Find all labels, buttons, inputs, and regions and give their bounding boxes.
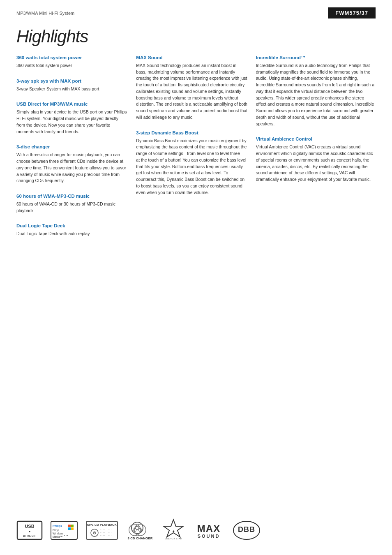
feature-dual-logic: Dual Logic Tape Deck Dual Logic Tape Dec… bbox=[16, 223, 128, 237]
page: MP3/WMA Mini Hi-Fi System FWM575/37 High… bbox=[0, 0, 392, 555]
page-title-section: Highlights bbox=[0, 23, 392, 55]
feature-title: 3-disc changer bbox=[16, 144, 128, 150]
svg-text:Windows: Windows bbox=[53, 532, 64, 535]
feature-title: 3-way spk sys with MAX port bbox=[16, 78, 128, 84]
svg-rect-9 bbox=[68, 525, 71, 527]
feature-usb-direct: USB Direct for MP3/WMA music Simply plug… bbox=[16, 101, 128, 135]
feature-title: 60 hours of WMA-MP3-CD music bbox=[16, 193, 128, 199]
svg-text:· · ·: · · · bbox=[108, 528, 112, 531]
content-grid: 360 watts total system power 360 watts t… bbox=[0, 55, 392, 246]
svg-text:MP3-CD PLAYBACK: MP3-CD PLAYBACK bbox=[87, 523, 117, 527]
mp3cd-playback-icon: MP3-CD PLAYBACK · · · · · · · · · · · · … bbox=[85, 520, 118, 540]
feature-body: Dynamic Bass Boost maximizes your music … bbox=[136, 138, 247, 196]
svg-point-29 bbox=[134, 524, 146, 536]
icons-bar: USB ● DIRECT Philips Plays Windows Media… bbox=[16, 518, 376, 543]
feature-title: 3-step Dynamic Bass Boost bbox=[136, 130, 247, 136]
feature-body: Virtual Ambience Control (VAC) creates a… bbox=[256, 144, 376, 183]
svg-text:ENERGY STAR: ENERGY STAR bbox=[165, 537, 182, 540]
energy-star-icon: ★ ENERGY STAR bbox=[162, 518, 185, 543]
header: MP3/WMA Mini Hi-Fi System FWM575/37 bbox=[0, 0, 392, 23]
column-1: 360 watts total system power 360 watts t… bbox=[16, 55, 136, 246]
svg-text:★: ★ bbox=[172, 530, 175, 533]
usb-direct-icon: USB ● DIRECT bbox=[16, 520, 43, 540]
svg-rect-10 bbox=[71, 525, 74, 527]
svg-point-18 bbox=[94, 532, 95, 533]
max-sound-icon: MAX SOUND bbox=[192, 520, 225, 540]
svg-rect-11 bbox=[68, 527, 71, 530]
feature-body: Incredible Surround is an audio technolo… bbox=[256, 62, 376, 127]
svg-text:· · ·: · · · bbox=[108, 534, 112, 536]
svg-point-27 bbox=[129, 524, 141, 536]
svg-text:· · · ·: · · · · bbox=[100, 528, 105, 531]
feature-incredible-surround: Incredible Surround™ Incredible Surround… bbox=[256, 55, 376, 127]
column-2: MAX Sound MAX Sound technology produces … bbox=[136, 55, 256, 246]
feature-60hours: 60 hours of WMA-MP3-CD music 60 hours of… bbox=[16, 193, 128, 214]
model-badge: FWM575/37 bbox=[328, 7, 376, 18]
feature-title: Virtual Ambience Control bbox=[256, 136, 376, 142]
header-subtitle: MP3/WMA Mini Hi-Fi System bbox=[16, 11, 74, 16]
feature-title: Dual Logic Tape Deck bbox=[16, 223, 128, 229]
svg-text:DIRECT: DIRECT bbox=[23, 534, 36, 537]
feature-body: Simply plug in your device to the USB po… bbox=[16, 109, 128, 135]
feature-body: 60 hours of WMA-CD or 30 hours of MP3-CD… bbox=[16, 201, 128, 214]
philips-windows-media-icon: Philips Plays Windows Media™ • • • bbox=[50, 520, 78, 540]
page-title: Highlights bbox=[16, 27, 376, 46]
svg-text:· · · ·: · · · · bbox=[100, 534, 105, 536]
feature-body: 360 watts total system power bbox=[16, 62, 128, 69]
feature-max-sound: MAX Sound MAX Sound technology produces … bbox=[136, 55, 247, 121]
svg-text:DBB: DBB bbox=[238, 525, 255, 534]
feature-3way-spk: 3-way spk sys with MAX port 3-way Speake… bbox=[16, 78, 128, 92]
feature-virtual-ambience: Virtual Ambience Control Virtual Ambienc… bbox=[256, 136, 376, 183]
svg-text:· · ·: · · · bbox=[108, 531, 112, 534]
dbb-icon: DBB bbox=[233, 520, 261, 540]
feature-dynamic-bass: 3-step Dynamic Bass Boost Dynamic Bass B… bbox=[136, 130, 247, 196]
svg-text:●: ● bbox=[29, 530, 31, 533]
svg-text:3 CD CHANGER: 3 CD CHANGER bbox=[128, 536, 153, 540]
svg-rect-12 bbox=[71, 527, 74, 530]
svg-text:MAX: MAX bbox=[197, 523, 220, 534]
svg-text:• • •: • • • bbox=[64, 534, 68, 536]
feature-3disc: 3-disc changer With a three-disc changer… bbox=[16, 144, 128, 184]
feature-title: Incredible Surround™ bbox=[256, 55, 376, 61]
feature-title: USB Direct for MP3/WMA music bbox=[16, 101, 128, 107]
feature-title: MAX Sound bbox=[136, 55, 247, 61]
cd-changer-icon: 3 CD CHANGER bbox=[126, 519, 154, 542]
feature-body: Dual Logic Tape Deck with auto replay bbox=[16, 231, 128, 237]
svg-text:Plays: Plays bbox=[53, 529, 60, 532]
svg-marker-32 bbox=[164, 520, 183, 537]
feature-360watts: 360 watts total system power 360 watts t… bbox=[16, 55, 128, 69]
svg-point-25 bbox=[131, 522, 143, 534]
feature-title: 360 watts total system power bbox=[16, 55, 128, 61]
svg-text:SOUND: SOUND bbox=[198, 534, 220, 539]
feature-body: MAX Sound technology produces an instant… bbox=[136, 62, 247, 121]
svg-text:USB: USB bbox=[25, 524, 34, 529]
column-3: Incredible Surround™ Incredible Surround… bbox=[256, 55, 376, 246]
svg-text:Philips: Philips bbox=[53, 525, 62, 528]
feature-body: With a three-disc changer for music play… bbox=[16, 152, 128, 184]
feature-body: 3-way Speaker System with MAX bass port bbox=[16, 86, 128, 92]
svg-text:Media™: Media™ bbox=[53, 535, 62, 538]
svg-text:· · · ·: · · · · bbox=[100, 531, 105, 534]
